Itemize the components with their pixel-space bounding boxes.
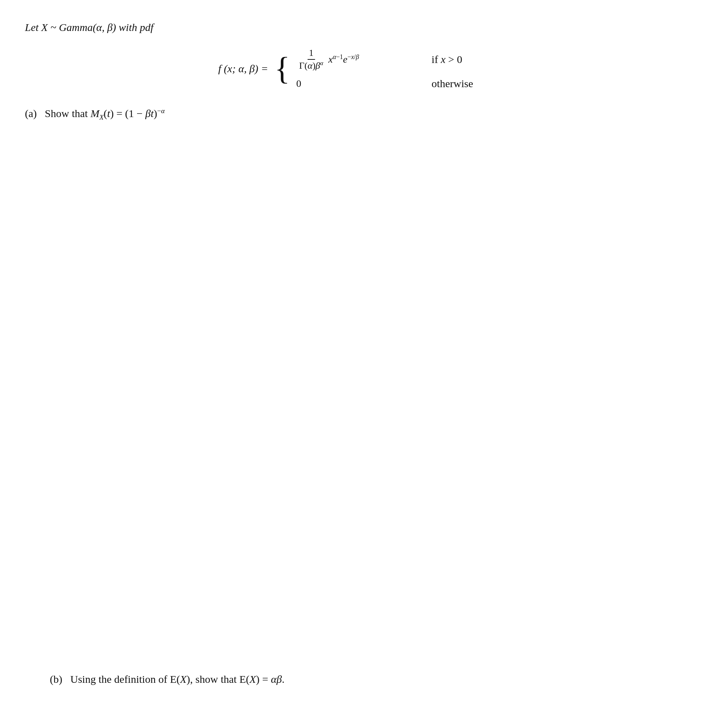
part-a-text: Show that MX(t) = (1 − βt)−α [45,107,165,119]
piecewise-brace: { 1 Γ(α)βα xα−1e−x/β [275,48,473,90]
case1-condition: if x > 0 [431,53,462,65]
case1-expr: 1 Γ(α)βα xα−1e−x/β [296,48,410,71]
pdf-lhs: f (x; α, β) = [218,63,268,75]
case1-rest: xα−1e−x/β [328,54,359,65]
part-b-label: (b) [50,673,68,685]
fraction-numerator: 1 [308,48,315,60]
left-brace-icon: { [275,48,290,90]
case2-value: 0 [296,78,301,89]
intro-text: Let X ~ Gamma(α, β) with pdf [25,21,153,33]
case2-expr: 0 [296,78,410,89]
intro-line: Let X ~ Gamma(α, β) with pdf [25,21,677,33]
part-a-label: (a) [25,107,42,119]
case-row-1: 1 Γ(α)βα xα−1e−x/β if x > 0 [296,48,473,71]
page-content: Let X ~ Gamma(α, β) with pdf f (x; α, β)… [25,21,677,707]
part-b: (b) Using the definition of E(X), show t… [50,673,652,685]
fraction: 1 Γ(α)βα [298,48,325,71]
case2-condition: otherwise [431,78,473,90]
pdf-block: f (x; α, β) = { 1 Γ(α)βα xα−1 [25,48,677,90]
case-row-2: 0 otherwise [296,78,473,90]
part-b-text: Using the definition of E(X), show that … [70,673,284,685]
fraction-denominator: Γ(α)βα [298,60,325,71]
part-a: (a) Show that MX(t) = (1 − βt)−α [25,107,677,120]
cases-list: 1 Γ(α)βα xα−1e−x/β if x > 0 [296,48,473,90]
